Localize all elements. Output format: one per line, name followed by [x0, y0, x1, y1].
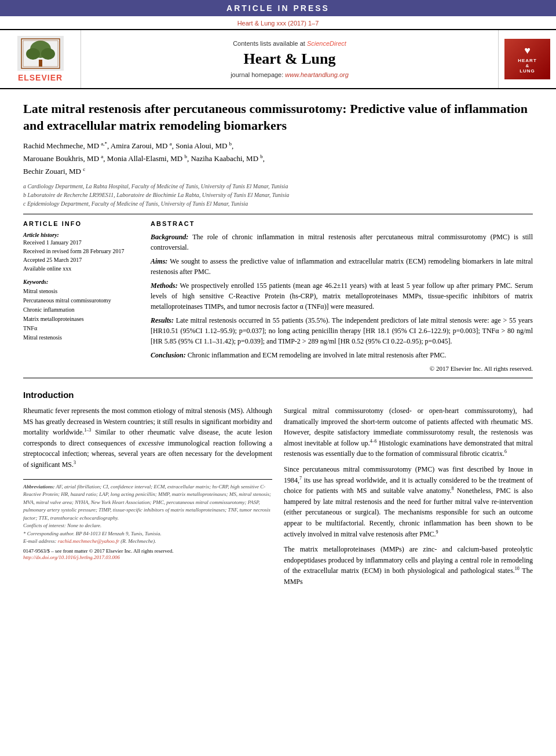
- history-label: Article history:: [23, 232, 139, 238]
- aims-text: We sought to assess the predictive value…: [151, 257, 533, 276]
- keyword-mmps: Matrix metalloproteinases: [23, 315, 139, 324]
- homepage-label: journal homepage:: [231, 71, 283, 78]
- heart-lung-box: ♥ HEART & LUNG: [504, 39, 550, 79]
- article-history: Article history: Received 1 January 2017…: [23, 232, 139, 273]
- journal-title: Heart & Lung: [244, 50, 336, 68]
- methods-text: We prospectively enrolled 155 patients (…: [151, 282, 533, 311]
- footnote-email: E-mail address: rachid.mechmeche@yahoo.f…: [23, 538, 272, 546]
- article-title: Late mitral restenosis after percutaneou…: [23, 101, 533, 134]
- abstract-conclusion: Conclusion: Chronic inflammation and ECM…: [151, 350, 533, 360]
- article-info-label: ARTICLE INFO: [23, 220, 139, 227]
- keyword-tnf: TNFα: [23, 324, 139, 333]
- contents-line: Contents lists available at ScienceDirec…: [233, 40, 346, 47]
- sciencedirect-link[interactable]: ScienceDirect: [307, 40, 346, 47]
- received-date: Received 1 January 2017: [23, 238, 139, 247]
- methods-label: Methods:: [151, 282, 178, 290]
- intro-para-1: Rheumatic fever represents the most comm…: [23, 406, 272, 470]
- affiliation-c: c Epidemiology Department, Faculty of Me…: [23, 199, 533, 208]
- affiliation-a: a Cardiology Department, La Rabta Hospit…: [23, 182, 533, 191]
- article-in-press-banner: ARTICLE IN PRESS: [0, 0, 556, 16]
- results-label: Results:: [151, 316, 174, 324]
- conclusion-label: Conclusion:: [151, 351, 186, 359]
- doi-link-line: http://dx.doi.org/10.1016/j.hrtlng.2017.…: [23, 554, 272, 562]
- abstract-background: Background: The role of chronic inflamma…: [151, 232, 533, 253]
- contents-text: Contents lists available at: [233, 40, 305, 47]
- svg-point-3: [41, 48, 55, 60]
- svg-point-2: [26, 48, 40, 60]
- divider-2: [23, 378, 533, 378]
- introduction-heading: Introduction: [23, 390, 533, 400]
- keyword-mitral-stenosis: Mitral stenosis: [23, 287, 139, 296]
- background-label: Background:: [151, 233, 188, 241]
- body-right-col: Surgical mitral commissurotomy (closed- …: [284, 406, 533, 592]
- affiliations: a Cardiology Department, La Rabta Hospit…: [23, 182, 533, 208]
- main-content: Late mitral restenosis after percutaneou…: [0, 101, 556, 592]
- journal-header-row: ELSEVIER Contents lists available at Sci…: [0, 29, 556, 89]
- body-two-col: Rheumatic fever represents the most comm…: [23, 406, 533, 592]
- intro-para-right-1: Surgical mitral commissurotomy (closed- …: [284, 406, 533, 459]
- authors-line: Rachid Mechmeche, MD a,*, Amira Zaroui, …: [23, 140, 533, 178]
- keyword-restenosis: Mitral restenosis: [23, 333, 139, 342]
- conclusion-text: Chronic inflammation and ECM remodeling …: [188, 351, 447, 359]
- journal-homepage: journal homepage: www.heartandlung.org: [231, 71, 349, 78]
- homepage-url: www.heartandlung.org: [285, 71, 348, 78]
- keywords-section: Keywords: Mitral stenosis Percutaneous m…: [23, 279, 139, 342]
- elsevier-wordmark: ELSEVIER: [18, 73, 63, 82]
- info-abstract-section: ARTICLE INFO Article history: Received 1…: [23, 220, 533, 374]
- keyword-inflammation: Chronic inflammation: [23, 305, 139, 315]
- abstract-aims: Aims: We sought to assess the predictive…: [151, 256, 533, 277]
- abstract-results: Results: Late mitral restenosis occurred…: [151, 315, 533, 346]
- online-date: Available online xxx: [23, 264, 139, 273]
- heart-lung-logo: ♥ HEART & LUNG: [498, 30, 556, 88]
- aims-label: Aims:: [151, 257, 167, 265]
- affiliation-b: b Laboratoire de Recherche LR99ES11, Lab…: [23, 191, 533, 199]
- footnote-abbreviations: Abbreviations: AF, atrial fibrillation; …: [23, 483, 272, 523]
- footnote-corresponding: * Corresponding author. BP 84-1013 El Me…: [23, 530, 272, 538]
- journal-center: Contents lists available at ScienceDirec…: [81, 30, 498, 88]
- abstract-text: Background: The role of chronic inflamma…: [151, 232, 533, 374]
- intro-para-right-2: Since percutaneous mitral commissurotomy…: [284, 464, 533, 539]
- issn-line: 0147-9563/$ – see front matter © 2017 El…: [23, 548, 272, 554]
- doi-link[interactable]: http://dx.doi.org/10.1016/j.hrtlng.2017.…: [23, 554, 120, 560]
- abstract-label: ABSTRACT: [151, 220, 533, 227]
- divider: [23, 214, 533, 214]
- abstract-col: ABSTRACT Background: The role of chronic…: [151, 220, 533, 374]
- elsevier-logo: ELSEVIER: [0, 30, 81, 88]
- results-text: Late mitral restenosis occurred in 55 pa…: [151, 316, 533, 345]
- accepted-date: Accepted 25 March 2017: [23, 255, 139, 264]
- journal-citation: Heart & Lung xxx (2017) 1–7: [0, 16, 556, 28]
- revised-date: Received in revised form 28 February 201…: [23, 247, 139, 255]
- introduction-section: Introduction Rheumatic fever represents …: [23, 390, 533, 592]
- footnotes-section: Abbreviations: AF, atrial fibrillation; …: [23, 479, 272, 562]
- background-text: The role of chronic inflammation in mitr…: [151, 233, 533, 251]
- svg-rect-4: [39, 60, 42, 67]
- footnote-conflicts: Conflicts of interest: None to declare.: [23, 522, 272, 530]
- elsevier-tree-image: [17, 36, 64, 71]
- intro-para-right-3: The matrix metalloproteinases (MMPs) are…: [284, 544, 533, 587]
- keywords-label: Keywords:: [23, 279, 139, 285]
- keyword-pmc: Percutaneous mitral commissurotomy: [23, 296, 139, 305]
- abstract-methods: Methods: We prospectively enrolled 155 p…: [151, 280, 533, 312]
- body-left-col: Rheumatic fever represents the most comm…: [23, 406, 272, 592]
- article-info-col: ARTICLE INFO Article history: Received 1…: [23, 220, 139, 374]
- email-link[interactable]: rachid.mechmeche@yahoo.fr: [58, 538, 119, 544]
- abstract-copyright: © 2017 Elsevier Inc. All rights reserved…: [151, 364, 533, 374]
